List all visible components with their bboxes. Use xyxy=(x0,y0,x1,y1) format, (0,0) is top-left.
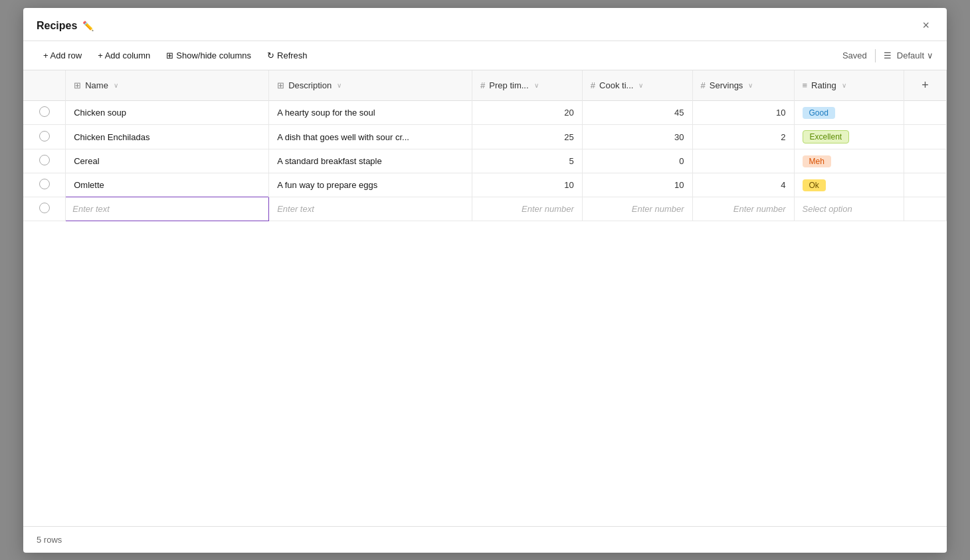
saved-label: Saved xyxy=(842,50,867,60)
name-col-header[interactable]: ⊞ Name ∨ xyxy=(66,70,269,101)
row-checkbox-2[interactable] xyxy=(23,149,66,173)
row-prep-0: 20 xyxy=(472,101,583,125)
new-row-prep-input[interactable]: Enter number xyxy=(472,197,583,221)
add-row-button[interactable]: + Add row xyxy=(37,47,88,64)
name-sort-icon: ∨ xyxy=(114,82,118,89)
row-desc-1: A dish that goes well with sour cr... xyxy=(269,125,472,149)
new-row-name-input[interactable]: Enter text xyxy=(66,197,269,221)
cook-sort-icon: ∨ xyxy=(638,82,643,89)
default-label: Default xyxy=(897,50,924,60)
modal-header: Recipes ✏️ × xyxy=(23,8,947,41)
row-add-0 xyxy=(904,101,947,125)
table-row[interactable]: Cereal A standard breakfast staple 5 0 M… xyxy=(23,149,947,173)
row-serv-1: 2 xyxy=(692,125,794,149)
modal-overlay: Recipes ✏️ × + Add row + Add column ⊞ Sh… xyxy=(0,0,970,560)
row-checkbox-3[interactable] xyxy=(23,173,66,197)
show-hide-icon: ⊞ xyxy=(166,50,173,60)
toolbar: + Add row + Add column ⊞ Show/hide colum… xyxy=(23,41,947,70)
row-serv-3: 4 xyxy=(692,173,794,197)
refresh-label: Refresh xyxy=(277,50,308,60)
serv-sort-icon: ∨ xyxy=(748,82,753,89)
row-count: 5 rows xyxy=(37,535,62,545)
footer: 5 rows xyxy=(23,526,947,553)
new-row-radio[interactable] xyxy=(39,203,50,213)
recipes-table: ⊞ Name ∨ ⊞ Description ∨ xyxy=(23,70,947,221)
row-name-1[interactable]: Chicken Enchiladas xyxy=(66,125,269,149)
prep-col-header[interactable]: # Prep tim... ∨ xyxy=(472,70,583,101)
desc-col-header[interactable]: ⊞ Description ∨ xyxy=(269,70,472,101)
edit-icon[interactable]: ✏️ xyxy=(82,21,94,31)
rating-badge-0: Good xyxy=(803,107,835,119)
new-row-serv-input[interactable]: Enter number xyxy=(692,197,794,221)
rating-col-icon: ≡ xyxy=(803,80,808,90)
row-radio-3[interactable] xyxy=(39,179,50,189)
cook-col-header[interactable]: # Cook ti... ∨ xyxy=(582,70,692,101)
add-column-button[interactable]: + Add column xyxy=(91,47,157,64)
desc-col-label: Description xyxy=(288,80,332,90)
row-prep-3: 10 xyxy=(472,173,583,197)
row-add-1 xyxy=(904,125,947,149)
add-col-header[interactable]: + xyxy=(904,70,947,101)
refresh-button[interactable]: ↻ Refresh xyxy=(260,47,314,64)
row-cook-0: 45 xyxy=(582,101,692,125)
table-header-row: ⊞ Name ∨ ⊞ Description ∨ xyxy=(23,70,947,101)
row-add-3 xyxy=(904,173,947,197)
checkbox-col-header xyxy=(23,70,66,101)
row-name-3[interactable]: Omlette xyxy=(66,173,269,197)
rating-badge-2: Meh xyxy=(803,155,831,167)
add-column-plus-button[interactable]: + xyxy=(918,77,933,94)
desc-sort-icon: ∨ xyxy=(337,82,341,89)
show-hide-columns-button[interactable]: ⊞ Show/hide columns xyxy=(159,47,258,64)
row-desc-3: A fun way to prepare eggs xyxy=(269,173,472,197)
row-radio-0[interactable] xyxy=(39,106,50,117)
new-row[interactable]: Enter text Enter text Enter number Enter… xyxy=(23,197,947,221)
new-row-rating-input[interactable]: Select option xyxy=(794,197,904,221)
row-radio-1[interactable] xyxy=(39,131,50,141)
view-select[interactable]: Default ∨ xyxy=(897,50,933,60)
table-row[interactable]: Chicken Enchiladas A dish that goes well… xyxy=(23,125,947,149)
row-radio-2[interactable] xyxy=(39,155,50,165)
recipes-modal: Recipes ✏️ × + Add row + Add column ⊞ Sh… xyxy=(23,8,947,553)
new-row-cook-input[interactable]: Enter number xyxy=(582,197,692,221)
row-serv-0: 10 xyxy=(692,101,794,125)
table-row[interactable]: Omlette A fun way to prepare eggs 10 10 … xyxy=(23,173,947,197)
serv-col-label: Servings xyxy=(710,80,743,90)
row-cook-1: 30 xyxy=(582,125,692,149)
row-cook-3: 10 xyxy=(582,173,692,197)
row-rating-2[interactable]: Meh xyxy=(794,149,904,173)
close-button[interactable]: × xyxy=(918,17,933,34)
row-serv-2 xyxy=(692,149,794,173)
prep-sort-icon: ∨ xyxy=(534,82,539,89)
prep-col-icon: # xyxy=(480,80,485,90)
table-row[interactable]: Chicken soup A hearty soup for the soul … xyxy=(23,101,947,125)
new-row-checkbox xyxy=(23,197,66,221)
desc-col-icon: ⊞ xyxy=(277,80,284,90)
name-col-icon: ⊞ xyxy=(74,80,81,90)
row-rating-0[interactable]: Good xyxy=(794,101,904,125)
list-icon: ☰ xyxy=(884,50,892,60)
row-rating-3[interactable]: Ok xyxy=(794,173,904,197)
rating-sort-icon: ∨ xyxy=(842,82,846,89)
show-hide-label: Show/hide columns xyxy=(176,50,251,60)
cook-col-label: Cook ti... xyxy=(599,80,633,90)
toolbar-right: Saved ☰ Default ∨ xyxy=(842,49,933,62)
new-row-desc-input[interactable]: Enter text xyxy=(269,197,472,221)
rating-badge-3: Ok xyxy=(803,179,826,191)
table-container: ⊞ Name ∨ ⊞ Description ∨ xyxy=(23,70,947,526)
name-col-label: Name xyxy=(85,80,108,90)
row-checkbox-0[interactable] xyxy=(23,101,66,125)
row-name-0[interactable]: Chicken soup xyxy=(66,101,269,125)
table-body: Chicken soup A hearty soup for the soul … xyxy=(23,101,947,221)
row-rating-1[interactable]: Excellent xyxy=(794,125,904,149)
serv-col-icon: # xyxy=(701,80,706,90)
prep-col-label: Prep tim... xyxy=(489,80,528,90)
rating-col-header[interactable]: ≡ Rating ∨ xyxy=(794,70,904,101)
serv-col-header[interactable]: # Servings ∨ xyxy=(692,70,794,101)
row-name-2[interactable]: Cereal xyxy=(66,149,269,173)
row-add-2 xyxy=(904,149,947,173)
new-row-add xyxy=(904,197,947,221)
row-checkbox-1[interactable] xyxy=(23,125,66,149)
row-desc-2: A standard breakfast staple xyxy=(269,149,472,173)
row-prep-2: 5 xyxy=(472,149,583,173)
rating-badge-1: Excellent xyxy=(803,130,850,143)
